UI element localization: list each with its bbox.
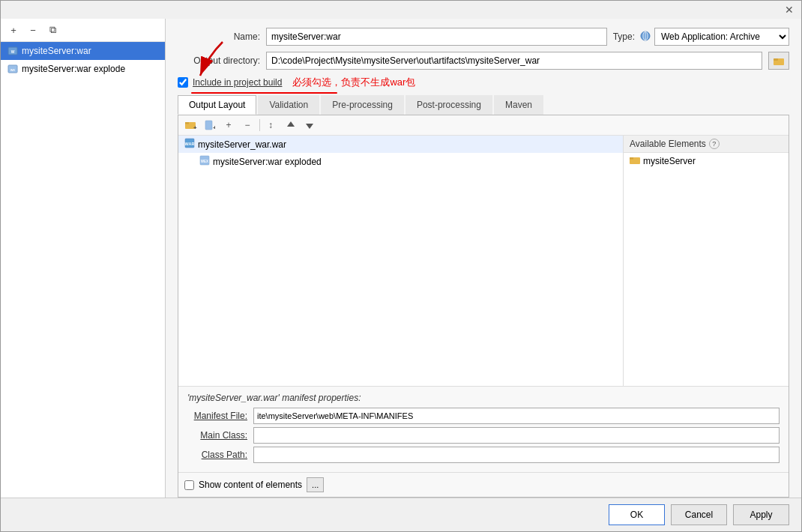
tabs-bar: Output Layout Validation Pre-processing … <box>178 95 789 115</box>
svg-marker-17 <box>306 124 313 129</box>
output-dir-browse-button[interactable] <box>768 52 789 70</box>
name-row: Name: Type: Web Application <box>178 28 789 46</box>
show-content-row: Show content of elements ... <box>178 472 789 497</box>
artifact-list: W mysiteServer:war WE mysiteServer:war e… <box>1 42 165 498</box>
svg-rect-13 <box>205 121 212 130</box>
apply-button[interactable]: Apply <box>733 504 789 525</box>
checkbox-area: Include in project build 必须勾选，负责不生成war包 <box>178 76 789 95</box>
main-class-row: Main Class: <box>187 427 780 444</box>
tab-maven[interactable]: Maven <box>494 95 543 115</box>
type-label: Type: <box>613 31 635 42</box>
toolbar-separator <box>259 119 260 131</box>
available-elements-label: Available Elements <box>630 139 706 149</box>
left-panel: + − ⧉ W mysiteServer:war <box>1 19 166 498</box>
war-icon: W <box>7 45 19 57</box>
show-content-label: Show content of elements <box>199 480 302 490</box>
available-item-mysite-server[interactable]: mysiteServer <box>624 153 789 169</box>
svg-text:+: + <box>213 124 215 130</box>
manifest-section: 'mysiteServer_war.war' manifest properti… <box>178 386 789 472</box>
manifest-file-label: Manifest File: <box>187 411 247 421</box>
dialog-body: + − ⧉ W mysiteServer:war <box>1 19 801 498</box>
add-element-btn[interactable]: + <box>220 118 237 133</box>
name-input[interactable] <box>266 28 607 46</box>
artifact-item-exploded[interactable]: WE mysiteServer:war explode <box>1 60 165 78</box>
underline-decoration <box>191 92 337 94</box>
show-content-options-btn[interactable]: ... <box>307 477 324 492</box>
tree-item-war[interactable]: WAR mysiteServer_war.war <box>178 136 623 153</box>
svg-rect-23 <box>630 157 633 160</box>
svg-text:W: W <box>11 49 15 54</box>
class-path-row: Class Path: <box>187 447 780 463</box>
exploded-file-icon: WEX <box>199 155 210 168</box>
manifest-title: 'mysiteServer_war.war' manifest properti… <box>187 393 780 403</box>
main-dialog: ✕ + − ⧉ W mysiteServer:war <box>0 0 802 532</box>
war-file-label: mysiteServer_war.war <box>198 139 286 150</box>
exploded-icon: WE <box>7 63 19 75</box>
remove-artifact-button[interactable]: − <box>25 22 41 38</box>
available-item-label: mysiteServer <box>643 156 696 166</box>
cancel-button[interactable]: Cancel <box>671 504 727 525</box>
output-tree: WAR mysiteServer_war.war WEX <box>178 136 624 386</box>
include-in-build-checkbox[interactable] <box>178 77 188 88</box>
available-elements-panel: Available Elements ? mysiteServer <box>624 136 789 386</box>
tab-preprocessing[interactable]: Pre-processing <box>321 95 404 115</box>
svg-rect-8 <box>774 58 778 61</box>
folder-browse-icon <box>774 56 784 65</box>
manifest-file-row: Manifest File: <box>187 408 780 424</box>
output-dir-input[interactable] <box>266 52 762 70</box>
dialog-footer: OK Cancel Apply <box>1 498 801 531</box>
move-down-btn[interactable] <box>301 118 318 133</box>
add-folder-icon: + <box>185 120 197 130</box>
exploded-file-label: mysiteServer:war exploded <box>213 157 322 167</box>
name-label: Name: <box>178 31 260 42</box>
folder-icon <box>630 155 640 166</box>
add-file-btn[interactable]: + <box>202 118 218 133</box>
war-file-icon: WAR <box>184 138 195 151</box>
help-icon[interactable]: ? <box>709 139 720 149</box>
svg-text:WEX: WEX <box>201 160 208 163</box>
sort-btn[interactable]: ↕ <box>264 118 280 133</box>
right-panel: Name: Type: Web Application <box>166 19 801 498</box>
remove-element-btn[interactable]: − <box>239 118 256 133</box>
ok-button[interactable]: OK <box>609 504 665 525</box>
tree-item-exploded[interactable]: WEX mysiteServer:war exploded <box>178 153 623 170</box>
artifact-exploded-label: mysiteServer:war explode <box>22 64 125 74</box>
move-up-btn[interactable] <box>283 118 299 133</box>
left-toolbar: + − ⧉ <box>1 19 165 42</box>
close-button[interactable]: ✕ <box>782 4 797 16</box>
output-content: + + + − ↕ <box>178 115 789 498</box>
add-file-icon: + <box>205 120 215 130</box>
artifact-war-label: mysiteServer:war <box>22 46 91 56</box>
add-folder-btn[interactable]: + <box>183 118 199 133</box>
output-dir-label: Output directory: <box>178 55 260 66</box>
artifact-item-war[interactable]: W mysiteServer:war <box>1 42 165 60</box>
manifest-file-input[interactable] <box>253 408 780 424</box>
class-path-label: Class Path: <box>187 450 247 460</box>
main-class-input[interactable] <box>253 427 780 444</box>
output-dir-row: Output directory: <box>178 52 789 70</box>
type-select[interactable]: Web Application: Archive <box>654 28 789 46</box>
sort-icon: ↕ <box>267 120 277 130</box>
svg-marker-16 <box>287 121 295 127</box>
svg-rect-11 <box>185 122 189 124</box>
tab-validation[interactable]: Validation <box>258 95 319 115</box>
main-class-label: Main Class: <box>187 430 247 441</box>
tab-output-layout[interactable]: Output Layout <box>178 95 256 115</box>
available-elements-header: Available Elements ? <box>624 136 789 153</box>
move-down-icon <box>304 120 315 130</box>
show-content-checkbox[interactable] <box>184 480 194 490</box>
svg-text:+: + <box>193 124 197 130</box>
move-up-icon <box>286 120 296 130</box>
output-toolbar: + + + − ↕ <box>178 115 789 136</box>
tab-postprocessing[interactable]: Post-processing <box>405 95 492 115</box>
svg-text:↕: ↕ <box>268 120 273 130</box>
annotation-text: 必须勾选，负责不生成war包 <box>292 76 415 89</box>
output-split: WAR mysiteServer_war.war WEX <box>178 136 789 386</box>
title-bar: ✕ <box>1 1 801 19</box>
copy-artifact-button[interactable]: ⧉ <box>44 22 61 38</box>
include-checkbox-label: Include in project build <box>193 77 282 88</box>
add-artifact-button[interactable]: + <box>5 22 22 38</box>
class-path-input[interactable] <box>253 447 780 463</box>
web-app-icon <box>639 30 651 42</box>
svg-text:WAR: WAR <box>185 142 195 146</box>
